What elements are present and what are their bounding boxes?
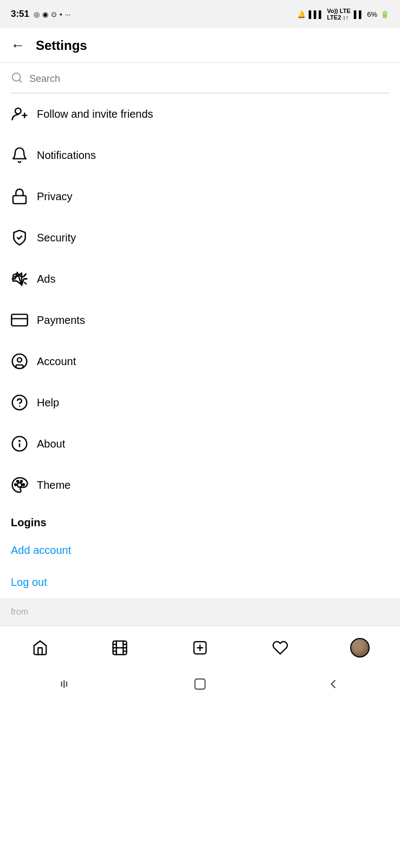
back-button[interactable]: ← bbox=[11, 37, 25, 54]
svg-point-23 bbox=[23, 484, 24, 486]
follow-icon bbox=[11, 105, 37, 123]
account-icon bbox=[11, 353, 37, 370]
status-icon-1: ◎ bbox=[34, 10, 40, 18]
logins-title: Logins bbox=[11, 516, 47, 528]
theme-icon bbox=[11, 476, 37, 494]
heart-icon bbox=[272, 640, 288, 656]
svg-line-9 bbox=[24, 283, 26, 284]
logins-section-header: Logins bbox=[0, 506, 400, 534]
page-title: Settings bbox=[36, 38, 87, 53]
status-right-icons: 🔔 ▌▌▌ Vo)) LTELTE2 ↕↑ ▌▌ 6% 🔋 bbox=[297, 8, 389, 21]
search-input[interactable] bbox=[29, 73, 389, 85]
account-label: Account bbox=[37, 355, 76, 368]
status-icon-3: ⊙ bbox=[51, 10, 57, 18]
from-text: from bbox=[11, 607, 28, 616]
svg-point-21 bbox=[17, 481, 18, 482]
help-label: Help bbox=[37, 397, 59, 409]
lte-label: Vo)) LTELTE2 ↕↑ bbox=[327, 8, 351, 21]
status-dots: ··· bbox=[65, 10, 71, 18]
menu-item-ads[interactable]: Ads bbox=[0, 258, 400, 299]
add-account-link[interactable]: Add account bbox=[0, 534, 400, 566]
ads-icon bbox=[11, 270, 37, 288]
svg-line-1 bbox=[19, 80, 21, 82]
reels-icon bbox=[112, 640, 128, 656]
status-icon-4: ▪ bbox=[60, 10, 62, 18]
alarm-icon: 🔔 bbox=[297, 10, 306, 18]
from-bar: from bbox=[0, 598, 400, 626]
profile-avatar bbox=[350, 638, 370, 658]
nav-reels[interactable] bbox=[104, 631, 136, 664]
svg-point-2 bbox=[15, 108, 21, 114]
signal2-icon: ▌▌ bbox=[354, 10, 364, 18]
menu-item-privacy[interactable]: Privacy bbox=[0, 176, 400, 217]
log-out-link[interactable]: Log out bbox=[0, 566, 400, 598]
status-bar: 3:51 ◎ ◉ ⊙ ▪ ··· 🔔 ▌▌▌ Vo)) LTELTE2 ↕↑ ▌… bbox=[0, 0, 400, 28]
svg-point-14 bbox=[12, 395, 27, 410]
home-icon bbox=[32, 640, 48, 656]
settings-menu: Follow and invite friends Notifications … bbox=[0, 93, 400, 506]
bottom-nav bbox=[0, 626, 400, 669]
search-bar bbox=[11, 72, 389, 93]
theme-label: Theme bbox=[37, 479, 70, 492]
menu-item-help[interactable]: Help bbox=[0, 382, 400, 423]
menu-item-payments[interactable]: Payments bbox=[0, 299, 400, 341]
nav-add[interactable] bbox=[184, 631, 216, 664]
battery-label: 6% bbox=[367, 10, 377, 18]
menu-item-theme[interactable]: Theme bbox=[0, 464, 400, 506]
signal-icon: ▌▌▌ bbox=[309, 10, 324, 18]
status-app-icons: ◎ ◉ ⊙ ▪ ··· bbox=[34, 10, 70, 18]
privacy-label: Privacy bbox=[37, 190, 73, 203]
search-icon bbox=[11, 72, 23, 86]
svg-point-20 bbox=[15, 484, 16, 486]
menu-item-notifications[interactable]: Notifications bbox=[0, 135, 400, 176]
notifications-icon bbox=[11, 146, 37, 164]
system-menu-button[interactable] bbox=[59, 676, 74, 692]
system-back-button[interactable] bbox=[326, 676, 341, 692]
svg-rect-38 bbox=[195, 679, 205, 690]
payments-icon bbox=[11, 311, 37, 329]
menu-item-security[interactable]: Security bbox=[0, 217, 400, 258]
nav-profile[interactable] bbox=[344, 631, 376, 664]
menu-item-follow[interactable]: Follow and invite friends bbox=[0, 93, 400, 135]
add-icon bbox=[192, 640, 208, 656]
nav-home[interactable] bbox=[24, 631, 56, 664]
svg-point-19 bbox=[17, 483, 22, 487]
security-icon bbox=[11, 229, 37, 246]
battery-icon: 🔋 bbox=[380, 10, 389, 18]
privacy-icon bbox=[11, 188, 37, 205]
svg-rect-10 bbox=[11, 314, 27, 326]
svg-point-13 bbox=[17, 358, 22, 362]
payments-label: Payments bbox=[37, 314, 85, 327]
status-icon-2: ◉ bbox=[42, 10, 48, 18]
svg-point-12 bbox=[12, 354, 27, 369]
menu-item-account[interactable]: Account bbox=[0, 341, 400, 382]
security-label: Security bbox=[37, 232, 76, 244]
nav-likes[interactable] bbox=[264, 631, 296, 664]
system-nav-bar bbox=[0, 669, 400, 699]
svg-point-22 bbox=[21, 481, 22, 482]
help-icon bbox=[11, 394, 37, 411]
notifications-label: Notifications bbox=[37, 149, 96, 162]
system-home-button[interactable] bbox=[192, 676, 208, 692]
follow-label: Follow and invite friends bbox=[37, 108, 153, 120]
search-container bbox=[0, 63, 400, 93]
header: ← Settings bbox=[0, 28, 400, 63]
menu-item-about[interactable]: About bbox=[0, 423, 400, 464]
about-label: About bbox=[37, 438, 65, 450]
ads-label: Ads bbox=[37, 273, 55, 285]
status-time: 3:51 bbox=[11, 9, 29, 20]
svg-rect-5 bbox=[13, 196, 26, 204]
about-icon bbox=[11, 435, 37, 452]
